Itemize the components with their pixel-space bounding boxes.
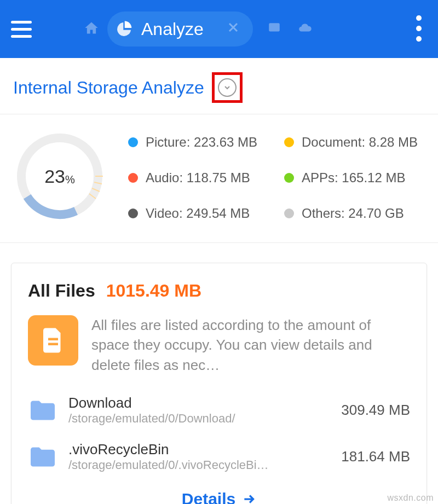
legend-label: Audio: 118.75 MB (146, 170, 250, 186)
svg-rect-8 (48, 343, 58, 346)
legend-label: Others: 24.70 GB (302, 206, 404, 221)
file-path: /storage/emulated/0/.vivoRecycleBi… (68, 458, 330, 472)
svg-rect-7 (48, 338, 58, 341)
legend-dot (284, 137, 294, 147)
card-description: All files are listed according to the am… (91, 315, 410, 375)
legend-item: Others: 24.70 GB (284, 204, 425, 223)
menu-icon[interactable] (11, 17, 35, 41)
legend-item: Document: 8.28 MB (284, 133, 425, 152)
page-title: Internal Storage Analyze (13, 78, 204, 98)
home-icon[interactable] (83, 20, 100, 38)
analyze-tab[interactable]: Analyze (107, 11, 253, 47)
file-row[interactable]: Download/storage/emulated/0/Download/309… (28, 387, 410, 433)
legend-label: Document: 8.28 MB (302, 135, 418, 150)
file-size: 309.49 MB (341, 402, 410, 419)
legend-label: APPs: 165.12 MB (302, 170, 405, 186)
close-icon[interactable] (227, 20, 240, 38)
file-name: .vivoRecycleBin (68, 441, 330, 458)
legend-dot (128, 208, 138, 218)
legend-dot (128, 173, 138, 183)
overflow-menu-icon[interactable] (416, 15, 422, 42)
legend-label: Picture: 223.63 MB (146, 135, 257, 150)
legend-label: Video: 249.54 MB (146, 206, 250, 221)
usage-percent: 23% (13, 130, 106, 223)
legend: Picture: 223.63 MBDocument: 8.28 MBAudio… (128, 130, 425, 223)
page-title-row: Internal Storage Analyze (0, 58, 438, 114)
analyze-label: Analyze (141, 19, 204, 39)
folder-icon (28, 445, 57, 469)
pie-icon (117, 20, 134, 38)
legend-item: Picture: 223.63 MB (128, 133, 269, 152)
folder-icon (28, 398, 57, 422)
watermark: wsxdn.com (387, 493, 434, 503)
storage-summary: 23% Picture: 223.63 MBDocument: 8.28 MBA… (0, 114, 438, 243)
legend-item: Audio: 118.75 MB (128, 169, 269, 188)
sdcard-icon[interactable] (266, 21, 283, 37)
file-name: Download (68, 395, 330, 412)
cloud-icon[interactable] (296, 21, 314, 37)
file-path: /storage/emulated/0/Download/ (68, 412, 330, 426)
legend-item: APPs: 165.12 MB (284, 169, 425, 188)
legend-item: Video: 249.54 MB (128, 204, 269, 223)
card-total-size: 1015.49 MB (106, 281, 201, 301)
usage-donut: 23% (13, 130, 128, 223)
file-row[interactable]: .vivoRecycleBin/storage/emulated/0/.vivo… (28, 433, 410, 480)
svg-rect-0 (269, 23, 280, 31)
file-size: 181.64 MB (341, 448, 410, 465)
legend-dot (284, 208, 294, 218)
legend-dot (128, 137, 138, 147)
card-title: All Files (28, 281, 95, 301)
all-files-card: All Files 1015.49 MB All files are liste… (11, 263, 427, 504)
files-icon (28, 315, 78, 366)
highlight-dropdown (212, 72, 243, 103)
legend-dot (284, 173, 294, 183)
chevron-down-icon[interactable] (218, 78, 237, 97)
details-button[interactable]: Details (28, 480, 410, 504)
top-bar: Analyze (0, 0, 438, 58)
